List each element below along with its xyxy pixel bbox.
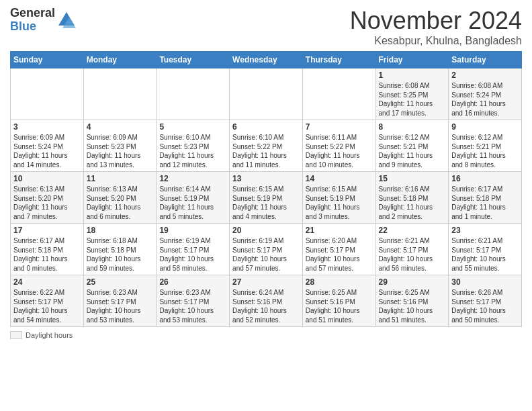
calendar-header-row: Sunday Monday Tuesday Wednesday Thursday… (11, 52, 522, 68)
table-row: 24Sunrise: 6:22 AM Sunset: 5:17 PM Dayli… (11, 275, 84, 327)
day-info: Sunrise: 6:17 AM Sunset: 5:18 PM Dayligh… (13, 237, 68, 272)
legend-box (10, 331, 22, 339)
logo-icon (57, 11, 76, 30)
header-thursday: Thursday (302, 52, 375, 68)
table-row: 5Sunrise: 6:10 AM Sunset: 5:23 PM Daylig… (157, 120, 230, 172)
table-row (83, 68, 157, 120)
table-row: 15Sunrise: 6:16 AM Sunset: 5:18 PM Dayli… (375, 172, 449, 224)
day-number: 25 (87, 277, 154, 287)
table-row: 30Sunrise: 6:26 AM Sunset: 5:17 PM Dayli… (449, 275, 522, 327)
table-row: 4Sunrise: 6:09 AM Sunset: 5:23 PM Daylig… (83, 120, 157, 172)
table-row: 13Sunrise: 6:15 AM Sunset: 5:19 PM Dayli… (230, 172, 303, 224)
day-info: Sunrise: 6:25 AM Sunset: 5:16 PM Dayligh… (379, 289, 433, 324)
day-number: 23 (451, 226, 519, 235)
logo-general: General (10, 7, 55, 20)
table-row: 14Sunrise: 6:15 AM Sunset: 5:19 PM Dayli… (302, 172, 375, 224)
day-number: 1 (379, 71, 446, 80)
subtitle: Kesabpur, Khulna, Bangladesh (350, 35, 522, 47)
header-tuesday: Tuesday (157, 52, 230, 68)
day-number: 26 (159, 277, 226, 287)
day-number: 8 (379, 122, 446, 132)
table-row: 1Sunrise: 6:08 AM Sunset: 5:25 PM Daylig… (375, 68, 449, 120)
month-title: November 2024 (350, 7, 522, 35)
header-monday: Monday (83, 52, 157, 68)
day-info: Sunrise: 6:25 AM Sunset: 5:16 PM Dayligh… (306, 289, 360, 324)
day-number: 10 (13, 174, 81, 183)
day-number: 12 (159, 174, 226, 183)
header: General Blue November 2024 Kesabpur, Khu… (10, 7, 522, 47)
day-info: Sunrise: 6:08 AM Sunset: 5:25 PM Dayligh… (379, 82, 433, 117)
day-number: 9 (451, 122, 519, 132)
table-row: 29Sunrise: 6:25 AM Sunset: 5:16 PM Dayli… (375, 275, 449, 327)
table-row: 19Sunrise: 6:19 AM Sunset: 5:17 PM Dayli… (157, 224, 230, 275)
day-info: Sunrise: 6:09 AM Sunset: 5:24 PM Dayligh… (13, 134, 68, 169)
day-info: Sunrise: 6:15 AM Sunset: 5:19 PM Dayligh… (306, 185, 360, 220)
header-wednesday: Wednesday (230, 52, 303, 68)
day-number: 27 (232, 277, 300, 287)
table-row (11, 68, 84, 120)
day-number: 16 (451, 174, 519, 183)
day-number: 18 (87, 226, 154, 235)
day-info: Sunrise: 6:21 AM Sunset: 5:17 PM Dayligh… (379, 237, 433, 272)
logo-blue: Blue (10, 20, 55, 34)
table-row: 10Sunrise: 6:13 AM Sunset: 5:20 PM Dayli… (11, 172, 84, 224)
day-number: 30 (451, 277, 519, 287)
table-row (302, 68, 375, 120)
table-row: 17Sunrise: 6:17 AM Sunset: 5:18 PM Dayli… (11, 224, 84, 275)
day-number: 11 (87, 174, 154, 183)
table-row: 9Sunrise: 6:12 AM Sunset: 5:21 PM Daylig… (449, 120, 522, 172)
day-number: 24 (13, 277, 81, 287)
table-row: 27Sunrise: 6:24 AM Sunset: 5:16 PM Dayli… (230, 275, 303, 327)
day-info: Sunrise: 6:15 AM Sunset: 5:19 PM Dayligh… (232, 185, 287, 220)
day-info: Sunrise: 6:09 AM Sunset: 5:23 PM Dayligh… (87, 134, 141, 169)
day-info: Sunrise: 6:12 AM Sunset: 5:21 PM Dayligh… (379, 134, 433, 169)
day-number: 20 (232, 226, 300, 235)
day-number: 14 (306, 174, 373, 183)
page-container: General Blue November 2024 Kesabpur, Khu… (0, 0, 532, 346)
table-row: 23Sunrise: 6:21 AM Sunset: 5:17 PM Dayli… (449, 224, 522, 275)
day-info: Sunrise: 6:23 AM Sunset: 5:17 PM Dayligh… (159, 289, 214, 324)
table-row: 8Sunrise: 6:12 AM Sunset: 5:21 PM Daylig… (375, 120, 449, 172)
day-info: Sunrise: 6:13 AM Sunset: 5:20 PM Dayligh… (87, 185, 141, 220)
day-number: 4 (87, 122, 154, 132)
table-row: 20Sunrise: 6:19 AM Sunset: 5:17 PM Dayli… (230, 224, 303, 275)
table-row: 16Sunrise: 6:17 AM Sunset: 5:18 PM Dayli… (449, 172, 522, 224)
header-sunday: Sunday (11, 52, 84, 68)
table-row: 6Sunrise: 6:10 AM Sunset: 5:22 PM Daylig… (230, 120, 303, 172)
logo-text: General Blue (10, 7, 55, 34)
day-number: 15 (379, 174, 446, 183)
day-info: Sunrise: 6:19 AM Sunset: 5:17 PM Dayligh… (159, 237, 214, 272)
day-info: Sunrise: 6:11 AM Sunset: 5:22 PM Dayligh… (306, 134, 360, 169)
table-row: 2Sunrise: 6:08 AM Sunset: 5:24 PM Daylig… (449, 68, 522, 120)
day-number: 28 (306, 277, 373, 287)
table-row: 11Sunrise: 6:13 AM Sunset: 5:20 PM Dayli… (83, 172, 157, 224)
table-row: 25Sunrise: 6:23 AM Sunset: 5:17 PM Dayli… (83, 275, 157, 327)
header-friday: Friday (375, 52, 449, 68)
day-number: 3 (13, 122, 81, 132)
table-row (230, 68, 303, 120)
logo: General Blue (10, 7, 76, 34)
table-row: 21Sunrise: 6:20 AM Sunset: 5:17 PM Dayli… (302, 224, 375, 275)
day-number: 7 (306, 122, 373, 132)
day-number: 6 (232, 122, 300, 132)
day-info: Sunrise: 6:26 AM Sunset: 5:17 PM Dayligh… (451, 289, 506, 324)
day-info: Sunrise: 6:20 AM Sunset: 5:17 PM Dayligh… (306, 237, 360, 272)
day-info: Sunrise: 6:10 AM Sunset: 5:23 PM Dayligh… (159, 134, 214, 169)
day-info: Sunrise: 6:12 AM Sunset: 5:21 PM Dayligh… (451, 134, 506, 169)
day-number: 17 (13, 226, 81, 235)
day-info: Sunrise: 6:17 AM Sunset: 5:18 PM Dayligh… (451, 185, 506, 220)
day-info: Sunrise: 6:24 AM Sunset: 5:16 PM Dayligh… (232, 289, 287, 324)
day-info: Sunrise: 6:19 AM Sunset: 5:17 PM Dayligh… (232, 237, 287, 272)
day-info: Sunrise: 6:18 AM Sunset: 5:18 PM Dayligh… (87, 237, 141, 272)
day-info: Sunrise: 6:21 AM Sunset: 5:17 PM Dayligh… (451, 237, 506, 272)
table-row: 3Sunrise: 6:09 AM Sunset: 5:24 PM Daylig… (11, 120, 84, 172)
legend-label: Daylight hours (26, 331, 73, 339)
day-info: Sunrise: 6:14 AM Sunset: 5:19 PM Dayligh… (159, 185, 214, 220)
day-number: 2 (451, 71, 519, 80)
table-row: 7Sunrise: 6:11 AM Sunset: 5:22 PM Daylig… (302, 120, 375, 172)
table-row: 12Sunrise: 6:14 AM Sunset: 5:19 PM Dayli… (157, 172, 230, 224)
table-row: 26Sunrise: 6:23 AM Sunset: 5:17 PM Dayli… (157, 275, 230, 327)
legend: Daylight hours (10, 331, 522, 339)
table-row (157, 68, 230, 120)
day-info: Sunrise: 6:16 AM Sunset: 5:18 PM Dayligh… (379, 185, 433, 220)
